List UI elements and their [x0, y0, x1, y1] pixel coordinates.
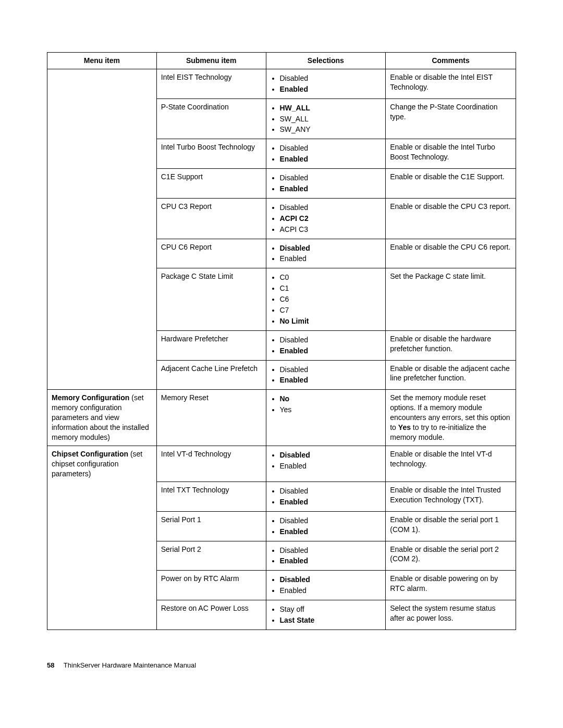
selection-option: Enabled — [280, 375, 382, 385]
comments-cell: Enable or disable powering on by RTC ala… — [386, 571, 516, 600]
selection-option: Enabled — [280, 586, 382, 596]
selection-option: Enabled — [280, 154, 382, 164]
table-row: Intel Turbo Boost TechnologyDisabledEnab… — [47, 139, 516, 169]
selections-cell: DisabledEnabled — [266, 330, 386, 360]
selections-list: DisabledEnabled — [271, 365, 382, 386]
table-row: Restore on AC Power LossStay offLast Sta… — [47, 600, 516, 630]
selection-option: Yes — [280, 405, 382, 415]
page-number: 58 — [47, 661, 54, 669]
selections-list: DisabledEnabled — [271, 335, 382, 356]
selection-option: Disabled — [280, 516, 382, 526]
selections-list: NoYes — [271, 394, 382, 415]
selections-list: HW_ALLSW_ALLSW_ANY — [271, 103, 382, 135]
comments-cell: Set the Package C state limit. — [386, 268, 516, 330]
selections-cell: DisabledEnabled — [266, 169, 386, 199]
submenu-cell: Intel Turbo Boost Technology — [156, 139, 266, 169]
submenu-cell: Intel VT-d Technology — [156, 446, 266, 482]
comments-cell: Enable or disable the C1E Support. — [386, 169, 516, 199]
comments-cell: Enable or disable the CPU C3 report. — [386, 198, 516, 239]
comments-cell: Enable or disable the hardware prefetche… — [386, 330, 516, 360]
submenu-cell: Serial Port 1 — [156, 511, 266, 541]
selection-option: Stay off — [280, 604, 382, 614]
table-row: Intel EIST TechnologyDisabledEnabledEnab… — [47, 69, 516, 98]
table-row: CPU C3 ReportDisabledACPI C2ACPI C3Enabl… — [47, 198, 516, 239]
comments-cell: Enable or disable the CPU C6 report. — [386, 239, 516, 268]
menu-item-title: Memory Configuration — [52, 393, 129, 402]
selections-list: DisabledEnabled — [271, 486, 382, 507]
table-row: Chipset Configuration (set chipset confi… — [47, 446, 516, 482]
menu-item-cell — [47, 268, 157, 330]
comments-cell: Enable or disable the Intel Trusted Exec… — [386, 482, 516, 512]
submenu-cell: C1E Support — [156, 169, 266, 199]
submenu-cell: Adjacent Cache Line Prefetch — [156, 360, 266, 390]
selections-cell: DisabledEnabled — [266, 360, 386, 390]
table-row: Package C State LimitC0C1C6C7No LimitSet… — [47, 268, 516, 330]
submenu-cell: CPU C3 Report — [156, 198, 266, 239]
comments-cell: Enable or disable the Intel VT-d technol… — [386, 446, 516, 482]
comments-cell: Enable or disable the Intel EIST Technol… — [386, 69, 516, 98]
selections-list: DisabledEnabled — [271, 516, 382, 537]
selection-option: Enabled — [280, 84, 382, 94]
comments-cell: Change the P-State Coordination type. — [386, 98, 516, 139]
table-row: Hardware PrefetcherDisabledEnabledEnable… — [47, 330, 516, 360]
submenu-cell: Hardware Prefetcher — [156, 330, 266, 360]
document-page: Menu item Submenu item Selections Commen… — [0, 0, 563, 690]
selection-option: Disabled — [280, 335, 382, 345]
table-body: Intel EIST TechnologyDisabledEnabledEnab… — [47, 69, 516, 630]
submenu-cell: P-State Coordination — [156, 98, 266, 139]
selections-list: DisabledACPI C2ACPI C3 — [271, 203, 382, 235]
menu-item-title: Chipset Configuration — [52, 450, 128, 458]
comments-cell: Enable or disable the Intel Turbo Boost … — [386, 139, 516, 169]
menu-item-cell — [47, 511, 157, 541]
comments-cell: Select the system resume status after ac… — [386, 600, 516, 630]
selection-option: Disabled — [280, 450, 382, 460]
comments-cell: Set the memory module reset options. If … — [386, 390, 516, 446]
submenu-cell: Memory Reset — [156, 390, 266, 446]
submenu-cell: Package C State Limit — [156, 268, 266, 330]
selection-option: Disabled — [280, 243, 382, 253]
table-row: Serial Port 2DisabledEnabledEnable or di… — [47, 541, 516, 571]
comments-cell: Enable or disable the adjacent cache lin… — [386, 360, 516, 390]
selection-option: HW_ALL — [280, 103, 382, 113]
selections-cell: NoYes — [266, 390, 386, 446]
menu-item-cell — [47, 360, 157, 390]
selection-option: Disabled — [280, 546, 382, 556]
table-row: CPU C6 ReportDisabledEnabledEnable or di… — [47, 239, 516, 268]
menu-item-cell — [47, 198, 157, 239]
header-submenu-item: Submenu item — [156, 53, 266, 69]
selection-option: C1 — [280, 283, 382, 293]
selections-list: DisabledEnabled — [271, 143, 382, 164]
selection-option: Enabled — [280, 346, 382, 356]
selections-cell: DisabledEnabled — [266, 446, 386, 482]
selection-option: Enabled — [280, 497, 382, 507]
selections-cell: DisabledEnabled — [266, 69, 386, 98]
menu-item-cell — [47, 169, 157, 199]
table-row: Memory Configuration (set memory configu… — [47, 390, 516, 446]
selections-list: DisabledEnabled — [271, 575, 382, 596]
header-menu-item: Menu item — [47, 53, 157, 69]
menu-item-cell — [47, 571, 157, 600]
selections-cell: DisabledEnabled — [266, 511, 386, 541]
selection-option: Disabled — [280, 575, 382, 585]
selection-option: Enabled — [280, 461, 382, 471]
menu-item-cell — [47, 330, 157, 360]
selections-list: Stay offLast State — [271, 604, 382, 625]
table-row: C1E SupportDisabledEnabledEnable or disa… — [47, 169, 516, 199]
selection-option: No — [280, 394, 382, 404]
selection-option: Enabled — [280, 556, 382, 566]
menu-item-cell — [47, 69, 157, 98]
document-title: ThinkServer Hardware Maintenance Manual — [64, 661, 196, 669]
menu-item-cell — [47, 482, 157, 512]
selection-option: Disabled — [280, 143, 382, 153]
selections-cell: DisabledEnabled — [266, 571, 386, 600]
selections-list: DisabledEnabled — [271, 173, 382, 194]
header-comments: Comments — [386, 53, 516, 69]
table-row: Serial Port 1DisabledEnabledEnable or di… — [47, 511, 516, 541]
selections-cell: C0C1C6C7No Limit — [266, 268, 386, 330]
submenu-cell: Intel EIST Technology — [156, 69, 266, 98]
selections-cell: DisabledEnabled — [266, 139, 386, 169]
bios-settings-table: Menu item Submenu item Selections Commen… — [47, 52, 516, 630]
menu-item-cell — [47, 98, 157, 139]
comments-cell: Enable or disable the serial port 1 (COM… — [386, 511, 516, 541]
menu-item-cell — [47, 239, 157, 268]
